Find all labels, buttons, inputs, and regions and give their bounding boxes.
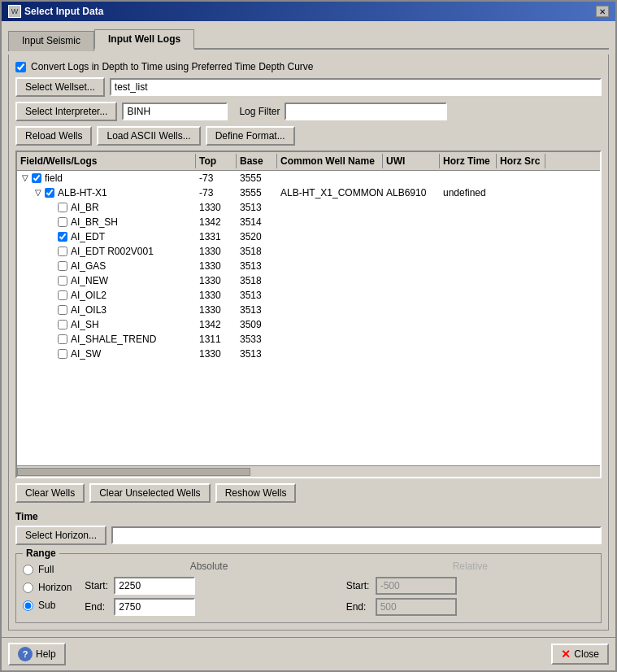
table-row[interactable]: ▽field-733555 bbox=[17, 171, 600, 185]
title-bar: W Select Input Data ✕ bbox=[2, 2, 615, 21]
time-section: Time Select Horizon... bbox=[15, 508, 602, 545]
expand-icon[interactable]: ▽ bbox=[33, 188, 43, 198]
table-row[interactable]: AI_OIL313303513 bbox=[17, 303, 600, 317]
define-format-button[interactable]: Define Format... bbox=[206, 126, 295, 146]
table-cell: 3513 bbox=[237, 290, 277, 301]
table-cell: 1342 bbox=[196, 319, 237, 330]
radio-sub-label: Sub bbox=[38, 600, 55, 611]
row-name: AI_SW bbox=[71, 348, 101, 360]
table-cell: undefined bbox=[440, 187, 497, 199]
tab-bar: Input Seismic Input Well Logs bbox=[8, 28, 609, 50]
interpreter-input[interactable] bbox=[122, 103, 228, 120]
abs-start-input[interactable] bbox=[114, 577, 195, 595]
wellset-input[interactable] bbox=[110, 78, 602, 96]
row-checkbox[interactable] bbox=[58, 261, 67, 271]
table-cell: 1330 bbox=[196, 290, 237, 301]
window-title: Select Input Data bbox=[24, 6, 103, 17]
row-checkbox[interactable] bbox=[58, 217, 67, 227]
table-row[interactable]: AI_EDT R002V00113303518 bbox=[17, 244, 600, 259]
radio-sub[interactable] bbox=[23, 600, 33, 611]
table-row[interactable]: AI_SH13423509 bbox=[17, 317, 600, 332]
bottom-button-row: Clear Wells Clear Unselected Wells Resho… bbox=[15, 483, 602, 503]
row-checkbox[interactable] bbox=[58, 290, 67, 300]
abs-end-input[interactable] bbox=[114, 598, 195, 616]
select-interpreter-button[interactable]: Select Interpreter... bbox=[15, 102, 117, 121]
tab-input-seismic[interactable]: Input Seismic bbox=[8, 31, 94, 51]
close-button[interactable]: ✕ bbox=[596, 6, 609, 17]
table-cell: 3518 bbox=[237, 275, 277, 286]
select-wellset-button[interactable]: Select Wellset... bbox=[15, 77, 105, 97]
radio-horizon-row: Horizon bbox=[23, 582, 72, 593]
table-row[interactable]: ▽ALB-HT-X1-733555ALB-HT_X1_COMMONALB6910… bbox=[17, 185, 600, 200]
reload-wells-button[interactable]: Reload Wells bbox=[15, 126, 92, 146]
table-cell: 1330 bbox=[196, 348, 237, 360]
select-horizon-button[interactable]: Select Horizon... bbox=[15, 526, 106, 545]
table-cell: ALB6910 bbox=[383, 187, 440, 199]
col-horz-src: Horz Src bbox=[497, 154, 545, 168]
rel-end-input bbox=[376, 598, 457, 616]
row-checkbox[interactable] bbox=[58, 320, 67, 329]
clear-wells-button[interactable]: Clear Wells bbox=[15, 483, 85, 503]
relative-column: Relative Start: End: bbox=[346, 561, 594, 616]
row-checkbox[interactable] bbox=[58, 203, 67, 212]
horizontal-scrollbar[interactable] bbox=[17, 465, 600, 477]
horizon-row: Select Horizon... bbox=[15, 526, 602, 545]
expand-icon[interactable]: ▽ bbox=[20, 173, 30, 183]
radio-horizon-label: Horizon bbox=[38, 582, 72, 593]
table-cell: 1330 bbox=[196, 260, 237, 272]
table-cell: 1330 bbox=[196, 202, 237, 213]
row-name: AI_NEW bbox=[71, 275, 108, 286]
log-filter-input[interactable] bbox=[285, 103, 447, 120]
absolute-header: Absolute bbox=[85, 561, 332, 572]
table-cell: 3513 bbox=[237, 304, 277, 316]
col-horz-time: Horz Time bbox=[440, 154, 497, 168]
table-cell: 1330 bbox=[196, 246, 237, 257]
tab-input-well-logs[interactable]: Input Well Logs bbox=[94, 29, 194, 50]
interpreter-row: Select Interpreter... Log Filter bbox=[15, 102, 602, 121]
clear-unselected-wells-button[interactable]: Clear Unselected Wells bbox=[89, 483, 211, 503]
main-window: W Select Input Data ✕ Input Seismic Inpu… bbox=[0, 0, 617, 672]
row-name: AI_EDT R002V001 bbox=[71, 246, 154, 257]
row-checkbox[interactable] bbox=[58, 305, 67, 315]
table-row[interactable]: AI_SHALE_TREND13113533 bbox=[17, 332, 600, 347]
table-row[interactable]: AI_SW13303513 bbox=[17, 347, 600, 361]
abs-start-label: Start: bbox=[85, 580, 111, 591]
row-name: AI_GAS bbox=[71, 260, 106, 272]
row-checkbox[interactable] bbox=[58, 247, 67, 256]
row-checkbox[interactable] bbox=[32, 173, 41, 183]
horizon-input[interactable] bbox=[111, 526, 602, 544]
range-content: Full Horizon Sub bbox=[23, 561, 594, 616]
table-cell: 3513 bbox=[237, 260, 277, 272]
table-cell: 1342 bbox=[196, 216, 237, 228]
range-radios: Full Horizon Sub bbox=[23, 564, 72, 611]
row-checkbox[interactable] bbox=[58, 334, 67, 344]
table-cell: 3533 bbox=[237, 334, 277, 345]
relative-header: Relative bbox=[346, 561, 594, 572]
load-ascii-wells-button[interactable]: Load ASCII Wells... bbox=[97, 126, 200, 146]
table-row[interactable]: AI_BR13303513 bbox=[17, 200, 600, 215]
reshow-wells-button[interactable]: Reshow Wells bbox=[215, 483, 297, 503]
table-row[interactable]: AI_OIL213303513 bbox=[17, 288, 600, 303]
abs-end-label: End: bbox=[85, 601, 111, 613]
radio-full[interactable] bbox=[23, 565, 33, 575]
table-row[interactable]: AI_EDT13313520 bbox=[17, 229, 600, 244]
close-footer-button[interactable]: ✕ Close bbox=[551, 644, 609, 665]
convert-checkbox[interactable] bbox=[15, 62, 26, 72]
row-checkbox[interactable] bbox=[45, 188, 54, 198]
row-checkbox[interactable] bbox=[58, 232, 67, 242]
range-label: Range bbox=[23, 548, 59, 559]
row-name: ALB-HT-X1 bbox=[58, 187, 107, 199]
row-checkbox[interactable] bbox=[58, 276, 67, 286]
radio-horizon[interactable] bbox=[23, 583, 33, 593]
table-row[interactable]: AI_NEW13303518 bbox=[17, 273, 600, 288]
help-button[interactable]: ? Help bbox=[8, 643, 66, 665]
table-row[interactable]: AI_BR_SH13423514 bbox=[17, 215, 600, 229]
rel-end-row: End: bbox=[346, 598, 594, 616]
row-name: AI_OIL3 bbox=[71, 304, 106, 316]
row-checkbox[interactable] bbox=[58, 349, 67, 359]
radio-full-label: Full bbox=[38, 564, 54, 575]
table-cell: -73 bbox=[196, 187, 237, 199]
table-cell: -73 bbox=[196, 172, 237, 184]
table-row[interactable]: AI_GAS13303513 bbox=[17, 259, 600, 273]
close-label: Close bbox=[574, 648, 599, 660]
